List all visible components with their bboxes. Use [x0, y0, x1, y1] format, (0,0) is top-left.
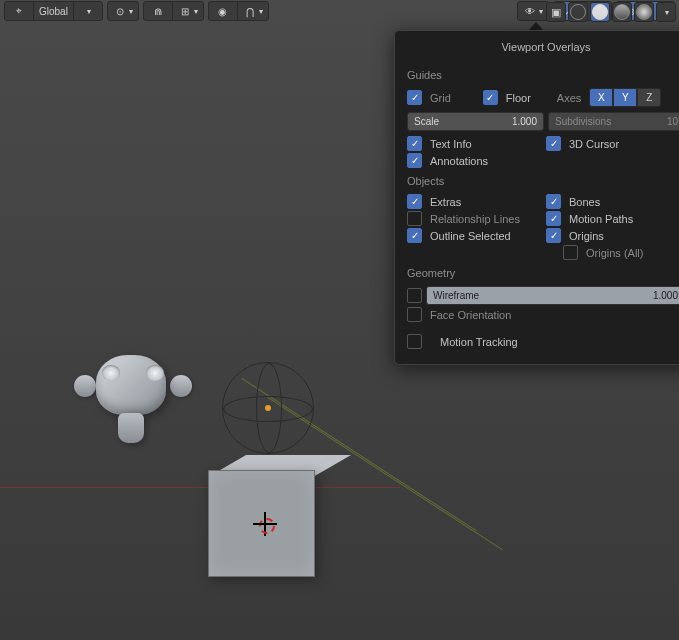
- eye-icon: 👁: [523, 4, 537, 18]
- axes-toggle-group: X Y Z: [589, 88, 661, 107]
- viewport-overlays-popover: Viewport Overlays Guides Grid Floor Axes…: [394, 30, 679, 365]
- motion-paths-checkbox[interactable]: [546, 211, 561, 226]
- xray-toggle[interactable]: ▣: [546, 2, 566, 22]
- monkey-mesh[interactable]: [78, 355, 188, 450]
- wireframe-value: 1.000: [653, 290, 678, 301]
- monkey-eye-right: [146, 365, 164, 381]
- text-info-label: Text Info: [426, 138, 472, 150]
- snap-toggle[interactable]: ⋒: [144, 2, 173, 20]
- extras-label: Extras: [426, 196, 461, 208]
- lookdev-circle-icon: [614, 4, 630, 20]
- popover-arrow: [529, 22, 543, 30]
- popover-title: Viewport Overlays: [407, 41, 679, 63]
- wire-circle-icon: [570, 4, 586, 20]
- bones-label: Bones: [565, 196, 600, 208]
- rendered-circle-icon: [636, 4, 652, 20]
- shading-mode-group: ▣ ▾: [546, 2, 676, 22]
- scale-field-label: Scale: [414, 116, 439, 127]
- axes-label: Axes: [553, 92, 581, 104]
- solid-circle-icon: [592, 4, 608, 20]
- subdivisions-label: Subdivisions: [555, 116, 611, 127]
- lookdev-shading[interactable]: [612, 2, 632, 22]
- motion-tracking-label: Motion Tracking: [426, 336, 518, 348]
- outline-selected-checkbox[interactable]: [407, 228, 422, 243]
- spacer: [546, 246, 559, 259]
- snap-target-dropdown[interactable]: ⊞▾: [173, 2, 203, 20]
- grid-checkbox[interactable]: [407, 90, 422, 105]
- origins-label: Origins: [565, 230, 604, 242]
- xray-icon: ▣: [549, 5, 563, 19]
- wireframe-field[interactable]: Wireframe 1.000: [426, 286, 679, 305]
- sphere-wireframe[interactable]: [222, 362, 314, 454]
- rendered-shading[interactable]: [634, 2, 654, 22]
- bones-checkbox[interactable]: [546, 194, 561, 209]
- cursor-3d[interactable]: [253, 512, 277, 536]
- floor-label: Floor: [502, 92, 531, 104]
- proportional-falloff-dropdown[interactable]: ⋂▾: [238, 2, 268, 20]
- header-toolbar: ⌖ Global ▾ ⊙▾ ⋒ ⊞▾ ◉ ⋂▾ 👁▾ ↗ ▾ ⊚ ▾ ▣ ▾: [0, 0, 679, 22]
- text-info-checkbox[interactable]: [407, 136, 422, 151]
- cursor3d-checkbox[interactable]: [546, 136, 561, 151]
- section-guides: Guides: [407, 63, 679, 87]
- chevron-down-icon: ▾: [665, 8, 669, 17]
- snap-increment-icon: ⊞: [178, 4, 192, 18]
- solid-shading[interactable]: [590, 2, 610, 22]
- axis-x-toggle[interactable]: X: [589, 88, 613, 107]
- monkey-head: [96, 355, 166, 415]
- chevron-down-icon: ▾: [259, 7, 263, 16]
- cursor3d-label: 3D Cursor: [565, 138, 619, 150]
- relationship-label: Relationship Lines: [426, 213, 520, 225]
- scale-field-value: 1.000: [512, 116, 537, 127]
- origins-all-label: Origins (All): [582, 247, 643, 259]
- origins-checkbox[interactable]: [546, 228, 561, 243]
- cursor-3d-ring: [259, 518, 275, 534]
- outline-selected-label: Outline Selected: [426, 230, 511, 242]
- chevron-down-icon: ▾: [539, 7, 543, 16]
- monkey-neck: [118, 413, 144, 443]
- extras-checkbox[interactable]: [407, 194, 422, 209]
- shading-dropdown[interactable]: ▾: [656, 2, 676, 22]
- falloff-icon: ⋂: [243, 4, 257, 18]
- axis-x-line: [0, 487, 400, 488]
- transform-orientation-dropdown[interactable]: ⌖ Global ▾: [4, 1, 103, 21]
- orientation-label: Global: [34, 2, 74, 20]
- visibility-dropdown[interactable]: 👁▾: [517, 1, 549, 21]
- wireframe-label: Wireframe: [433, 290, 479, 301]
- annotations-checkbox[interactable]: [407, 153, 422, 168]
- snap-toggle-group: ⋒ ⊞▾: [143, 1, 204, 21]
- subdivisions-field[interactable]: Subdivisions 10: [548, 112, 679, 131]
- face-orientation-checkbox[interactable]: [407, 307, 422, 322]
- magnet-icon: ⋒: [151, 4, 165, 18]
- monkey-eye-left: [102, 365, 120, 381]
- chevron-down-icon: ▾: [129, 7, 133, 16]
- relationship-checkbox[interactable]: [407, 211, 422, 226]
- face-orientation-label: Face Orientation: [426, 309, 511, 321]
- pivot-icon: ⊙: [113, 4, 127, 18]
- annotations-label: Annotations: [426, 155, 488, 167]
- chevron-down-icon: ▾: [194, 7, 198, 16]
- pivot-dropdown[interactable]: ⊙▾: [107, 1, 139, 21]
- axis-y-toggle[interactable]: Y: [613, 88, 637, 107]
- axis-z-toggle[interactable]: Z: [637, 88, 661, 107]
- wireframe-checkbox[interactable]: [407, 288, 422, 303]
- section-objects: Objects: [407, 169, 679, 193]
- proportional-edit-group: ◉ ⋂▾: [208, 1, 269, 21]
- motion-tracking-checkbox[interactable]: [407, 334, 422, 349]
- subdivisions-value: 10: [667, 116, 678, 127]
- proportional-toggle[interactable]: ◉: [209, 2, 238, 20]
- proportional-icon: ◉: [216, 4, 230, 18]
- scale-field[interactable]: Scale 1.000: [407, 112, 544, 131]
- grid-label: Grid: [426, 92, 451, 104]
- monkey-ear-right: [170, 375, 192, 397]
- origins-all-checkbox[interactable]: [563, 245, 578, 260]
- chevron-down-icon: ▾: [87, 7, 91, 16]
- floor-checkbox[interactable]: [483, 90, 498, 105]
- monkey-ear-left: [74, 375, 96, 397]
- sphere-origin: [265, 405, 271, 411]
- section-geometry: Geometry: [407, 261, 679, 285]
- motion-paths-label: Motion Paths: [565, 213, 633, 225]
- wireframe-shading[interactable]: [568, 2, 588, 22]
- orientation-icon: ⌖: [12, 4, 26, 18]
